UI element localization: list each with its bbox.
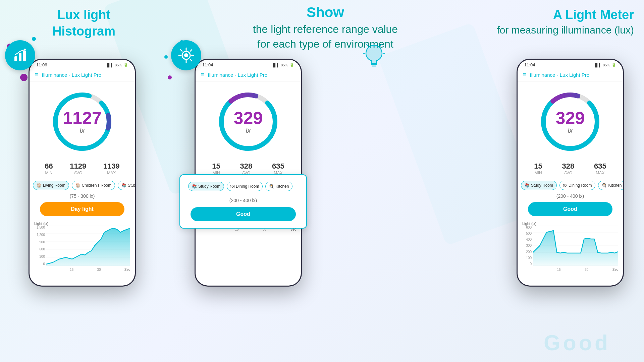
left-chart: Light (lx) 1,5001,2009006003000 bbox=[30, 218, 135, 286]
center-gauge: 329 lx bbox=[196, 81, 301, 159]
center-hamburger-icon[interactable]: ≡ bbox=[201, 71, 205, 78]
right-hamburger-icon[interactable]: ≡ bbox=[523, 71, 527, 78]
center-app-header: ≡ Illuminance - Lux Light Pro bbox=[196, 69, 301, 81]
right-gauge: 329 lx bbox=[518, 81, 623, 159]
right-tab-kitchen[interactable]: 🍳Kitchen bbox=[598, 181, 623, 190]
center-app-title: Illuminance - Lux Light Pro bbox=[208, 72, 268, 78]
center-header-subtitle: the light reference range value for each… bbox=[178, 22, 473, 52]
svg-point-3 bbox=[24, 49, 26, 51]
svg-line-19 bbox=[190, 59, 192, 61]
svg-rect-1 bbox=[19, 53, 21, 61]
right-tab-study[interactable]: 📚Study Room bbox=[521, 181, 557, 190]
left-hamburger-icon[interactable]: ≡ bbox=[35, 71, 39, 78]
right-header: A Light Meter for measuring illuminance … bbox=[466, 7, 634, 37]
left-app-title: Illuminance - Lux Light Pro bbox=[42, 72, 102, 78]
right-status-button[interactable]: Good bbox=[528, 202, 612, 216]
right-room-tabs: 📚Study Room 🍽Dining Room 🍳Kitchen bbox=[518, 179, 623, 192]
right-phone: 11:04 ▐▌▌ 85% 🔋 ≡ Illuminance - Lux Ligh… bbox=[517, 59, 624, 287]
left-range: (75 - 300 lx) bbox=[30, 192, 135, 200]
center-popup-tab-kitchen[interactable]: 🍳Kitchen bbox=[265, 182, 292, 191]
left-app-icon bbox=[5, 40, 35, 70]
center-header-title: Show bbox=[178, 3, 473, 22]
center-popup-range: (200 - 400 lx) bbox=[185, 196, 302, 204]
center-header: Show the light reference range value for… bbox=[178, 3, 473, 52]
svg-line-20 bbox=[190, 50, 192, 51]
right-app-header: ≡ Illuminance - Lux Light Pro bbox=[518, 69, 623, 81]
light-watermark: Good bbox=[544, 330, 610, 355]
center-popup-status-button[interactable]: Good bbox=[191, 207, 296, 221]
svg-rect-0 bbox=[14, 56, 17, 61]
svg-line-35 bbox=[367, 45, 368, 46]
left-tab-living[interactable]: 🏠Living Room bbox=[33, 181, 69, 190]
left-room-tabs: 🏠Living Room 🏠Children's Room 📚Study bbox=[30, 179, 135, 192]
right-tab-dining[interactable]: 🍽Dining Room bbox=[559, 181, 595, 190]
right-header-subtitle: for measuring illuminance (lux) bbox=[466, 23, 634, 37]
left-stats: 66 MIN 1129 AVG 1139 MAX bbox=[30, 159, 135, 179]
right-gauge-value: 329 lx bbox=[556, 109, 585, 134]
center-gauge-value: 329 lx bbox=[234, 109, 263, 134]
left-header: Lux light Histogram bbox=[17, 7, 151, 40]
right-range: (200 - 400 lx) bbox=[518, 192, 623, 200]
left-tab-study[interactable]: 📚Study bbox=[118, 181, 135, 190]
left-gauge-value: 1127 lx bbox=[63, 109, 102, 134]
left-status-bar: 11:06 ▐▌▌ 85% 🔋 bbox=[30, 60, 135, 69]
right-header-title: A Light Meter bbox=[466, 7, 634, 23]
center-popup-tab-study[interactable]: 📚Study Room bbox=[188, 182, 224, 191]
left-gauge: 1127 lx bbox=[30, 81, 135, 159]
svg-point-21 bbox=[184, 53, 188, 57]
left-app-header: ≡ Illuminance - Lux Light Pro bbox=[30, 69, 135, 81]
right-app-icon bbox=[359, 40, 389, 70]
center-popup-tab-dining[interactable]: 🍽Dining Room bbox=[227, 182, 263, 191]
center-phone: 11:04 ▐▌▌ 85% 🔋 ≡ Illuminance - Lux Ligh… bbox=[195, 59, 302, 287]
right-stats: 15 MIN 328 AVG 635 MAX bbox=[518, 159, 623, 179]
svg-rect-2 bbox=[23, 51, 26, 61]
left-header-title: Lux light Histogram bbox=[17, 7, 151, 40]
left-status-button[interactable]: Day light bbox=[40, 202, 124, 216]
right-chart: Light (lx) 6005004003002001000 bbox=[518, 218, 623, 286]
svg-line-34 bbox=[380, 45, 381, 46]
center-status-bar: 11:04 ▐▌▌ 85% 🔋 bbox=[196, 60, 301, 69]
center-popup: 📚Study Room 🍽Dining Room 🍳Kitchen (200 -… bbox=[179, 174, 307, 229]
left-phone: 11:06 ▐▌▌ 85% 🔋 ≡ Illuminance - Lux Ligh… bbox=[29, 59, 136, 287]
svg-line-18 bbox=[180, 50, 182, 51]
left-tab-children[interactable]: 🏠Children's Room bbox=[72, 181, 115, 190]
center-popup-tabs: 📚Study Room 🍽Dining Room 🍳Kitchen bbox=[185, 180, 302, 193]
center-app-icon bbox=[171, 40, 201, 70]
right-app-title: Illuminance - Lux Light Pro bbox=[530, 72, 590, 78]
right-status-bar: 11:04 ▐▌▌ 85% 🔋 bbox=[518, 60, 623, 69]
